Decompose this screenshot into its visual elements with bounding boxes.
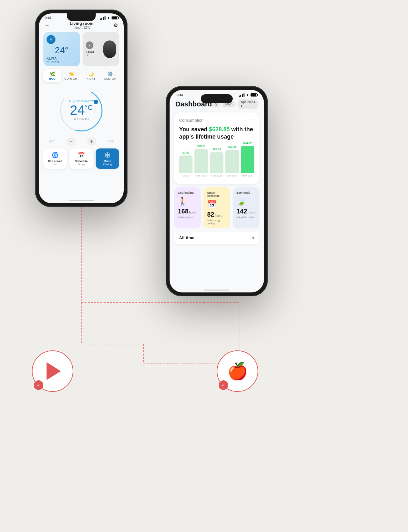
geofencing-icon: 🚶 — [178, 197, 197, 206]
bar-value-2: $65.11 — [197, 145, 206, 148]
alltime-dropdown[interactable]: All-time ▾ — [174, 232, 259, 244]
target-temperature: 24°C — [69, 104, 94, 117]
bar-value-1: $7.82 — [182, 151, 190, 154]
savings-end: usage — [215, 133, 234, 140]
fara-card[interactable]: ● FARA off — [83, 32, 119, 66]
bar-4 — [225, 150, 239, 173]
schedule-button[interactable]: 📅 Schedule Set up — [69, 148, 93, 169]
settings-button[interactable]: ⚙ — [113, 22, 118, 28]
signal-icon — [100, 16, 106, 20]
tab-night[interactable]: 🌙 NIGHT — [82, 69, 100, 82]
battery-icon — [112, 16, 118, 19]
klima-icon: ❄ — [47, 35, 55, 44]
tab-custom[interactable]: ⚙️ CUSTOM — [101, 69, 120, 82]
savings-amount: $628.85 — [209, 126, 230, 133]
tab-eco[interactable]: 🌿 ECO — [43, 69, 62, 82]
night-label: NIGHT — [86, 77, 95, 80]
eco-icon: 🌿 — [50, 71, 55, 76]
custom-label: CUSTOM — [104, 77, 116, 80]
consumption-arrow-icon[interactable]: › — [253, 118, 254, 123]
consumption-title: Consumption — [179, 118, 204, 123]
eco-mode-hours: 142hours — [237, 208, 256, 215]
smart-schedule-icon: 📅 — [207, 200, 226, 209]
bar-chart: $7.82 2023 $65.11 Feb 2023 $58.66 Mar 20… — [179, 145, 254, 177]
fara-device-visual — [103, 40, 116, 58]
smart-schedule-title: Smart schedule — [207, 191, 226, 198]
savings-prefix: You saved — [179, 126, 209, 133]
bar-label-4: Apr 2023 — [227, 174, 237, 177]
schedule-sub: Set up — [71, 163, 91, 166]
eco-mode-icon: 🍃 — [237, 197, 256, 206]
fan-icon: 🌀 — [45, 152, 65, 159]
bar-group-1: $7.82 2023 — [179, 151, 193, 177]
home-indicator-left — [69, 200, 94, 201]
fan-sub: Low — [45, 163, 65, 166]
left-notch — [67, 13, 96, 21]
left-time: 9:41 — [45, 16, 52, 20]
klima-card[interactable]: ❄ 24° KLIMA on, cooling — [43, 32, 80, 66]
left-phone: 9:41 ▲ ← Living room Indoor: 32°C ⚙ — [35, 10, 127, 207]
apple-store-icon: 🍎 — [227, 363, 248, 379]
temp-min: 16°C — [48, 140, 55, 143]
dynamic-island — [201, 94, 233, 103]
schedule-icon: 📅 — [71, 152, 91, 159]
room-title: Living room Indoor: 32°C — [70, 21, 93, 29]
mode-icon: ❄️ — [98, 152, 117, 159]
filter-date[interactable]: Apr 2023 ▾ — [237, 99, 258, 109]
klima-status: on, cooling — [47, 60, 77, 63]
custom-icon: ⚙️ — [107, 71, 113, 76]
comfort-icon: ☀️ — [69, 71, 74, 76]
fan-label: Fan speed — [45, 160, 65, 163]
apple-store-check-badge: ✓ — [219, 380, 228, 390]
thermostat-display: ❄ ❄️ COOLING TO 24°C in 7 minutes — [69, 100, 94, 121]
geofencing-card[interactable]: Geofencing 🚶 168hours in Away mode — [174, 187, 201, 228]
geofencing-title: Geofencing — [178, 191, 197, 194]
savings-lifetime: lifetime — [195, 133, 215, 140]
mode-label: Mode — [98, 160, 117, 163]
eco-mode-title: Eco mode — [237, 191, 256, 194]
play-store-button[interactable]: ✓ — [32, 350, 73, 392]
bar-value-5: $74.12 — [243, 141, 252, 145]
fan-speed-button[interactable]: 🌀 Fan speed Low — [43, 148, 67, 169]
smart-schedule-desc: with energy saving — [207, 219, 226, 225]
eco-mode-card[interactable]: Eco mode 🍃 142hours using this mode — [233, 187, 259, 228]
consumption-header: Consumption › — [179, 118, 254, 123]
alltime-label: All-time — [179, 235, 194, 240]
thermostat-area: ❄ ❄️ COOLING TO 24°C in 7 minutes 16°C −… — [39, 85, 124, 146]
bar-value-3: $58.66 — [212, 148, 221, 151]
right-time: 9:41 — [177, 93, 184, 97]
temp-max: 32°C — [108, 140, 114, 143]
back-button[interactable]: ← — [45, 22, 50, 28]
play-store-check-badge: ✓ — [34, 380, 43, 390]
mode-button[interactable]: ❄️ Mode Cooling — [96, 148, 119, 169]
bar-group-4: $64.52 Apr 2023 — [225, 146, 239, 177]
apple-store-check-icon: ✓ — [222, 383, 225, 388]
thermostat-ring[interactable]: ❄ ❄️ COOLING TO 24°C in 7 minutes — [56, 85, 107, 136]
bar-label-5: May 2023 — [242, 174, 253, 177]
mode-tabs: 🌿 ECO ☀️ COMFORT 🌙 NIGHT ⚙️ CUSTOM — [39, 69, 124, 82]
play-store-check-icon: ✓ — [37, 383, 40, 388]
apple-store-button[interactable]: 🍎 ✓ — [217, 350, 258, 392]
smart-schedule-card[interactable]: Smart schedule 📅 82hours with energy sav… — [203, 187, 230, 228]
bar-group-5: $74.12 May 2023 — [241, 141, 254, 177]
bar-label-3: Mar 2023 — [211, 174, 222, 177]
schedule-label: Schedule — [71, 160, 91, 163]
feature-cards: Geofencing 🚶 168hours in Away mode Smart… — [170, 187, 264, 228]
chevron-down-icon: ▾ — [252, 235, 254, 241]
tab-comfort[interactable]: ☀️ COMFORT — [63, 69, 81, 82]
bar-label-1: 2023 — [183, 174, 189, 177]
decrease-button[interactable]: − — [67, 137, 76, 146]
increase-button[interactable]: + — [87, 137, 96, 146]
left-header: ← Living room Indoor: 32°C ⚙ — [39, 20, 124, 32]
bar-value-4: $64.52 — [228, 146, 237, 149]
right-battery-icon — [251, 93, 257, 97]
mode-sub: Cooling — [98, 163, 117, 166]
savings-text: You saved $628.85 with the app's lifetim… — [179, 126, 254, 141]
comfort-label: COMFORT — [64, 77, 79, 80]
fara-name: FARA — [86, 50, 94, 54]
bottom-controls: 🌀 Fan speed Low 📅 Schedule Set up ❄️ Mod… — [39, 148, 124, 169]
left-status-right: ▲ — [100, 16, 118, 20]
bar-5 — [241, 146, 254, 173]
temp-controls: 16°C − + 32°C — [45, 137, 117, 146]
left-phone-screen: 9:41 ▲ ← Living room Indoor: 32°C ⚙ — [39, 13, 124, 203]
